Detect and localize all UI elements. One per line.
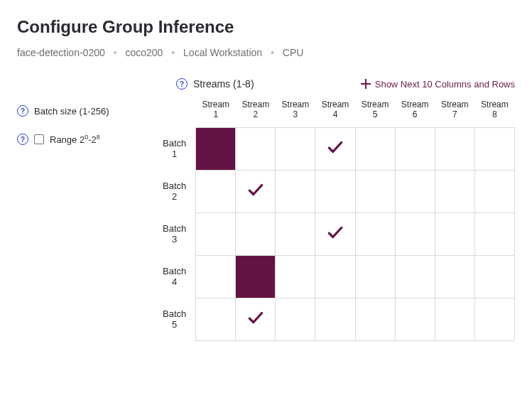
grid-cell[interactable] (435, 170, 474, 212)
grid-cell[interactable] (236, 170, 276, 212)
column-header: Stream6 (395, 97, 435, 127)
grid-cell[interactable] (435, 298, 474, 340)
breadcrumb-separator: • (171, 47, 175, 58)
grid-cell[interactable] (435, 212, 474, 255)
checkmark-icon (246, 308, 265, 327)
breadcrumb-item: Local Workstation (183, 47, 262, 58)
row-header: Batch1 (159, 127, 196, 170)
help-icon[interactable]: ? (17, 134, 28, 145)
grid-cell[interactable] (276, 127, 315, 170)
grid-cell[interactable] (355, 127, 395, 170)
grid-cell[interactable] (196, 170, 236, 212)
row-header: Batch3 (159, 212, 196, 255)
grid-cell[interactable] (395, 170, 435, 212)
grid-cell[interactable] (236, 255, 276, 298)
grid-cell[interactable] (315, 127, 355, 170)
grid-cell[interactable] (474, 127, 514, 170)
grid-cell[interactable] (395, 298, 435, 340)
breadcrumb-item: face-detection-0200 (17, 47, 105, 58)
grid-cell[interactable] (355, 170, 395, 212)
grid-cell[interactable] (276, 255, 315, 298)
grid-cell[interactable] (474, 212, 514, 255)
streams-header-label: Streams (1-8) (193, 78, 254, 90)
grid-cell[interactable] (474, 255, 514, 298)
grid-cell[interactable] (196, 212, 236, 255)
grid-cell[interactable] (435, 255, 474, 298)
checkmark-icon (326, 138, 344, 156)
row-header: Batch5 (159, 298, 196, 340)
range-label: Range 20-28 (50, 134, 100, 145)
grid-cell[interactable] (315, 298, 355, 340)
grid-cell[interactable] (196, 255, 236, 298)
grid-cell[interactable] (395, 212, 435, 255)
grid-cell[interactable] (236, 212, 276, 255)
grid-cell[interactable] (395, 255, 435, 298)
show-next-label: Show Next 10 Columns and Rows (375, 79, 515, 90)
help-icon[interactable]: ? (17, 105, 28, 117)
grid-cell[interactable] (355, 212, 395, 255)
range-checkbox[interactable] (34, 134, 44, 144)
grid-cell[interactable] (315, 255, 355, 298)
grid-cell[interactable] (196, 127, 236, 170)
grid-cell[interactable] (315, 170, 355, 212)
grid-cell[interactable] (355, 298, 395, 340)
breadcrumb-item: CPU (283, 47, 304, 58)
grid-cell[interactable] (474, 298, 514, 340)
plus-icon (361, 79, 371, 89)
show-next-button[interactable]: Show Next 10 Columns and Rows (361, 79, 515, 90)
grid-cell[interactable] (236, 127, 276, 170)
column-header: Stream2 (236, 97, 276, 127)
column-header: Stream4 (315, 97, 355, 127)
grid-cell[interactable] (474, 170, 514, 212)
breadcrumb-item: coco200 (125, 47, 163, 58)
row-header: Batch2 (159, 170, 196, 212)
inference-grid: Stream1Stream2Stream3Stream4Stream5Strea… (159, 97, 515, 341)
grid-cell[interactable] (276, 298, 315, 340)
grid-cell[interactable] (276, 170, 315, 212)
grid-cell[interactable] (435, 127, 474, 170)
column-header: Stream1 (196, 97, 236, 127)
batch-size-label: Batch size (1-256) (34, 106, 109, 117)
grid-cell[interactable] (276, 212, 315, 255)
page-title: Configure Group Inference (17, 17, 515, 37)
help-icon[interactable]: ? (176, 78, 188, 90)
column-header: Stream8 (474, 97, 514, 127)
grid-cell[interactable] (395, 127, 435, 170)
breadcrumb-separator: • (114, 47, 117, 58)
grid-cell[interactable] (236, 298, 276, 340)
checkmark-icon (246, 181, 265, 199)
breadcrumb-separator: • (271, 47, 274, 58)
breadcrumb: face-detection-0200 • coco200 • Local Wo… (17, 47, 515, 58)
checkmark-icon (326, 223, 344, 242)
column-header: Stream3 (276, 97, 315, 127)
grid-cell[interactable] (355, 255, 395, 298)
row-header: Batch4 (159, 255, 196, 298)
grid-cell[interactable] (315, 212, 355, 255)
grid-cell[interactable] (196, 298, 236, 340)
column-header: Stream7 (435, 97, 474, 127)
column-header: Stream5 (355, 97, 395, 127)
